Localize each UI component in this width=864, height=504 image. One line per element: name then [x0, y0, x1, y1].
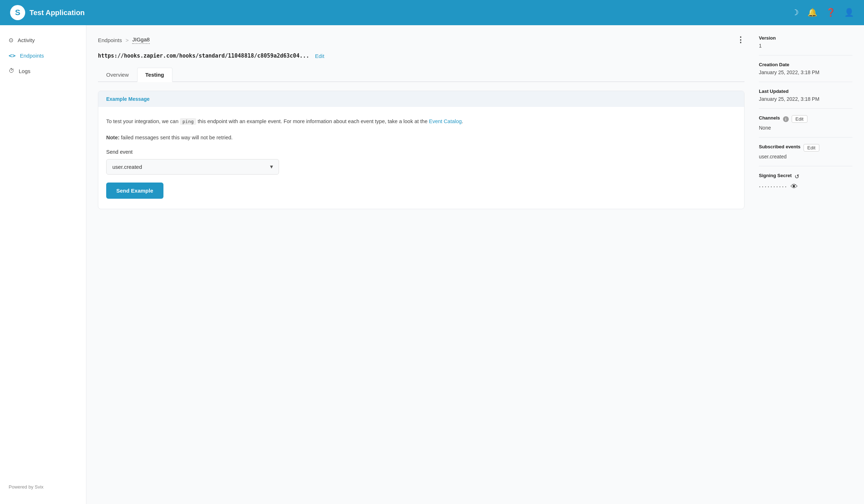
- meta-channels: Channels i Edit None: [759, 115, 852, 138]
- event-select-wrapper: user.created user.updated user.deleted ▼: [106, 159, 279, 175]
- main-content: Endpoints > JIGga8 ⋮ https://hooks.zapie…: [86, 25, 864, 504]
- note-label: Note:: [106, 135, 120, 140]
- meta-version: Version 1: [759, 35, 852, 55]
- channels-value: None: [759, 125, 852, 131]
- sidebar-footer: Powered by Svix: [0, 477, 86, 497]
- app-body: ⊙ Activity <> Endpoints ⏱ Logs Powered b…: [0, 25, 864, 504]
- app-title: Test Application: [30, 9, 85, 17]
- dark-mode-icon[interactable]: ☽: [792, 8, 799, 17]
- signing-dots: ··········: [759, 183, 788, 190]
- help-icon[interactable]: ❓: [826, 8, 836, 17]
- tab-overview[interactable]: Overview: [98, 68, 137, 82]
- card-title: Example Message: [106, 96, 150, 102]
- creation-date-label: Creation Date: [759, 62, 852, 67]
- sidebar-item-activity-label: Activity: [18, 37, 35, 43]
- endpoints-icon: <>: [9, 52, 15, 59]
- example-message-card: Example Message To test your integration…: [98, 91, 744, 209]
- ping-code: ping: [180, 118, 196, 125]
- subscribed-events-label: Subscribed events: [759, 144, 801, 149]
- sidebar-item-logs[interactable]: ⏱ Logs: [0, 63, 86, 78]
- event-select[interactable]: user.created user.updated user.deleted: [106, 159, 279, 175]
- note-text: Note: failed messages sent this way will…: [106, 135, 736, 140]
- meta-signing-secret: Signing Secret ↺ ·········· 👁: [759, 173, 852, 197]
- sidebar-nav: ⊙ Activity <> Endpoints ⏱ Logs: [0, 32, 86, 477]
- signing-secret-row: Signing Secret ↺: [759, 173, 852, 180]
- note-body: failed messages sent this way will not b…: [121, 135, 233, 140]
- channels-label: Channels: [759, 115, 780, 121]
- sidebar-item-activity[interactable]: ⊙ Activity: [0, 32, 86, 48]
- channels-row: Channels i Edit: [759, 115, 852, 123]
- user-icon[interactable]: 👤: [844, 8, 854, 17]
- breadcrumb-separator: >: [126, 37, 129, 43]
- sidebar-item-endpoints-label: Endpoints: [20, 53, 44, 59]
- breadcrumb-current: JIGga8: [132, 36, 149, 44]
- creation-date-value: January 25, 2022, 3:18 PM: [759, 69, 852, 75]
- sidebar: ⊙ Activity <> Endpoints ⏱ Logs Powered b…: [0, 25, 86, 504]
- card-description: To test your integration, we can ping th…: [106, 117, 736, 126]
- right-sidebar: Version 1 Creation Date January 25, 2022…: [759, 35, 852, 494]
- sidebar-item-endpoints[interactable]: <> Endpoints: [0, 48, 86, 63]
- eye-icon[interactable]: 👁: [791, 183, 798, 191]
- last-updated-label: Last Updated: [759, 89, 852, 94]
- card-body: To test your integration, we can ping th…: [98, 107, 744, 209]
- event-catalog-link[interactable]: Event Catalog: [429, 118, 462, 124]
- tab-testing[interactable]: Testing: [137, 68, 172, 82]
- endpoint-url: https://hooks.zapier.com/hooks/standard/…: [98, 53, 309, 59]
- card-header: Example Message: [98, 91, 744, 107]
- refresh-icon[interactable]: ↺: [795, 173, 799, 180]
- header-icons: ☽ 🔔 ❓ 👤: [792, 8, 854, 17]
- more-options-icon[interactable]: ⋮: [737, 35, 744, 45]
- channels-info-icon[interactable]: i: [783, 116, 789, 122]
- content-area: Endpoints > JIGga8 ⋮ https://hooks.zapie…: [98, 35, 744, 494]
- activity-icon: ⊙: [9, 37, 13, 44]
- powered-by-text: Powered by Svix: [9, 484, 44, 490]
- subscribed-events-edit-button[interactable]: Edit: [804, 144, 819, 152]
- sidebar-item-logs-label: Logs: [19, 68, 31, 74]
- meta-subscribed-events: Subscribed events Edit user.created: [759, 144, 852, 166]
- breadcrumb-parent[interactable]: Endpoints: [98, 37, 122, 43]
- send-example-button[interactable]: Send Example: [106, 183, 163, 199]
- version-label: Version: [759, 35, 852, 41]
- edit-url-link[interactable]: Edit: [315, 53, 324, 59]
- notifications-icon[interactable]: 🔔: [807, 8, 817, 17]
- version-value: 1: [759, 43, 852, 49]
- app-logo: S: [10, 5, 25, 20]
- subscribed-events-value: user.created: [759, 154, 852, 159]
- tabs: Overview Testing: [98, 68, 744, 82]
- breadcrumb: Endpoints > JIGga8 ⋮: [98, 35, 744, 45]
- signing-secret-label: Signing Secret: [759, 173, 792, 178]
- channels-edit-button[interactable]: Edit: [792, 115, 807, 123]
- app-header: S Test Application ☽ 🔔 ❓ 👤: [0, 0, 864, 25]
- meta-last-updated: Last Updated January 25, 2022, 3:18 PM: [759, 89, 852, 109]
- signing-value-row: ·········· 👁: [759, 183, 852, 191]
- header-left: S Test Application: [10, 5, 85, 20]
- url-bar: https://hooks.zapier.com/hooks/standard/…: [98, 53, 744, 59]
- subscribed-events-row: Subscribed events Edit: [759, 144, 852, 152]
- send-event-label: Send event: [106, 149, 736, 155]
- meta-creation-date: Creation Date January 25, 2022, 3:18 PM: [759, 62, 852, 82]
- last-updated-value: January 25, 2022, 3:18 PM: [759, 96, 852, 102]
- logs-icon: ⏱: [9, 68, 14, 74]
